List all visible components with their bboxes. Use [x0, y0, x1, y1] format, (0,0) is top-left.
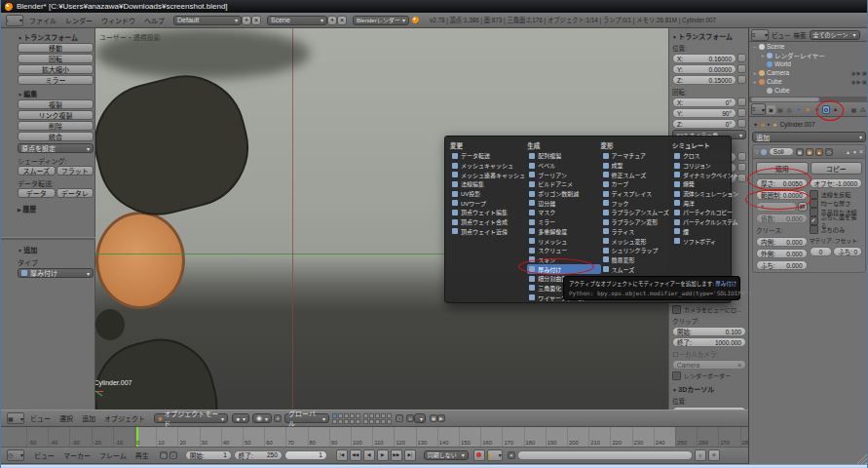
- tab-world-icon[interactable]: ●: [794, 105, 802, 114]
- start-frame-field[interactable]: 開始:1: [185, 450, 232, 460]
- menu-item[interactable]: ラティス: [601, 227, 672, 237]
- tool-button[interactable]: 複製: [18, 99, 94, 109]
- menu-item[interactable]: メッシュ変形: [601, 236, 672, 246]
- menu-item[interactable]: マスク: [527, 208, 600, 217]
- menu-item[interactable]: 辺分離: [527, 198, 600, 208]
- lock-icon[interactable]: [737, 108, 746, 117]
- menu-item[interactable]: ビュー: [30, 413, 51, 423]
- shade-smooth-button[interactable]: スムーズ: [18, 166, 56, 176]
- clip-end-field[interactable]: 終了:1000.000: [672, 337, 746, 347]
- menu-item[interactable]: ヘルプ: [144, 16, 165, 25]
- menu-item[interactable]: スムーズ: [601, 264, 672, 274]
- keying-set-field[interactable]: [517, 450, 693, 460]
- menu-item[interactable]: 煙: [672, 227, 728, 237]
- tool-button[interactable]: 削除: [18, 121, 94, 131]
- factor-field[interactable]: 係数:0.000: [756, 214, 808, 223]
- menu-item[interactable]: 法線編集: [450, 179, 527, 189]
- lock-icon[interactable]: [737, 174, 746, 182]
- menu-item[interactable]: ソフトボディ: [672, 236, 728, 246]
- editor-type-properties-icon[interactable]: ≡: [751, 103, 766, 115]
- lock-icon[interactable]: [737, 64, 746, 73]
- editmode-toggle-icon[interactable]: ▲: [815, 148, 823, 156]
- menu-item[interactable]: レンダー: [65, 16, 93, 25]
- menu-item[interactable]: ディスプレイス: [601, 189, 672, 199]
- hide-icon[interactable]: ◉: [851, 70, 856, 76]
- lock-icon[interactable]: [737, 54, 746, 62]
- shading-dropdown[interactable]: ●: [232, 413, 249, 423]
- material-offset-field[interactable]: 0: [810, 247, 833, 256]
- menu-item[interactable]: ラプラシアン変形: [601, 217, 672, 227]
- menu-item[interactable]: ラプラシアンスムーズ: [601, 208, 672, 217]
- lock-icon[interactable]: [737, 98, 746, 106]
- cursor-panel-header[interactable]: 3Dカーソル: [672, 384, 746, 394]
- pivot-dropdown[interactable]: ◉: [252, 413, 272, 423]
- tool-button[interactable]: リンク複製: [18, 110, 94, 120]
- render-engine-select[interactable]: Blenderレンダー: [353, 16, 409, 25]
- tool-button[interactable]: ミラー: [18, 75, 94, 85]
- orientation-dropdown[interactable]: グローバル: [284, 413, 329, 423]
- add-type-dropdown[interactable]: 厚み付け: [18, 268, 94, 278]
- menu-item[interactable]: 追加: [82, 413, 95, 423]
- panel-edit-header[interactable]: 編集: [18, 89, 94, 98]
- option-checkbox[interactable]: [810, 225, 818, 234]
- end-frame-field[interactable]: 終了:250: [234, 450, 283, 460]
- frame-lock-icon[interactable]: ▢: [170, 451, 177, 459]
- add-modifier-dropdown[interactable]: 追加: [752, 132, 866, 142]
- keying-set-icon[interactable]: ✦: [508, 451, 515, 459]
- lock-icon[interactable]: [737, 152, 746, 161]
- copy-button[interactable]: コピー: [811, 162, 863, 175]
- render-opengl-icon[interactable]: ▣: [430, 414, 437, 422]
- scene-select[interactable]: Scene: [267, 16, 327, 25]
- crease-inner-field[interactable]: 内側:0.000: [756, 237, 808, 247]
- menu-item[interactable]: フック: [601, 198, 672, 208]
- render-opengl-anim-icon[interactable]: ▶: [437, 414, 445, 422]
- menu-item[interactable]: 海洋: [672, 198, 728, 208]
- editor-type-info-icon[interactable]: i: [6, 15, 23, 26]
- delete-keyframe-button[interactable]: ⊘: [708, 449, 720, 461]
- location-field[interactable]: Y:0.00000: [672, 64, 736, 74]
- record-button[interactable]: [473, 449, 485, 461]
- clip-start-field[interactable]: 開始:0.100: [672, 327, 746, 336]
- panel-transform-header[interactable]: トランスフォーム: [18, 32, 94, 42]
- render-restrict-icon[interactable]: ▣: [862, 70, 867, 76]
- tool-button[interactable]: 拡大縮小: [18, 64, 94, 74]
- offset-field[interactable]: オフセ:-1.0000: [810, 178, 862, 188]
- scrollbar-thumb[interactable]: [751, 98, 819, 101]
- menu-item[interactable]: スクリュー: [527, 246, 600, 255]
- outliner-row-camera[interactable]: + Camera ◉▶▣: [749, 68, 868, 77]
- panel-history-header[interactable]: 履歴: [18, 204, 94, 214]
- move-up-icon[interactable]: ▲: [846, 149, 850, 155]
- menu-item[interactable]: ダイナミックペイント: [672, 170, 728, 179]
- menu-item[interactable]: ビュー: [34, 450, 55, 460]
- npanel-transform-header[interactable]: トランスフォーム: [672, 31, 746, 41]
- menu-item[interactable]: ファイル: [29, 16, 57, 25]
- menu-item[interactable]: アーマチュア: [601, 151, 672, 161]
- menu-item[interactable]: UV投影: [450, 189, 527, 199]
- location-field[interactable]: X:0.16000: [672, 54, 736, 63]
- rotation-field[interactable]: Y:90°: [672, 108, 736, 118]
- move-down-icon[interactable]: ▼: [852, 149, 857, 155]
- lock-icon[interactable]: [737, 119, 746, 128]
- cage-toggle-icon[interactable]: ◇: [825, 148, 833, 156]
- menu-item[interactable]: メッシュキャッシュ: [450, 161, 527, 171]
- menu-item[interactable]: コリジョン: [672, 161, 728, 171]
- insert-keyframe-button[interactable]: ＋: [695, 449, 706, 461]
- menu-item[interactable]: 多重解像度: [527, 227, 600, 237]
- tab-object-icon[interactable]: ■: [804, 105, 811, 114]
- layer-grid-1[interactable]: [332, 413, 360, 424]
- select-icon[interactable]: ▶: [857, 70, 861, 76]
- menu-item[interactable]: 簡易変形: [601, 255, 672, 265]
- menu-item[interactable]: フレーム: [99, 450, 127, 460]
- outliner-row-cube-data[interactable]: Cube: [749, 86, 868, 95]
- rotation-field[interactable]: Z:0°: [672, 119, 736, 129]
- menu-item[interactable]: ブーリアン: [527, 170, 600, 179]
- outliner-row-cube[interactable]: + Cube ◉▶▣: [749, 77, 868, 86]
- menu-item[interactable]: データ転送: [450, 151, 527, 161]
- rotation-field[interactable]: X:0°: [672, 98, 736, 107]
- tab-scene-icon[interactable]: ◎: [785, 105, 793, 114]
- scene-add-button[interactable]: +: [327, 16, 337, 25]
- timeline-ruler[interactable]: -50-40-30-20-100102030405060708090100110…: [1, 427, 748, 448]
- menu-item[interactable]: カーブ: [601, 179, 672, 189]
- menu-item[interactable]: マーカー: [63, 450, 91, 460]
- menu-item[interactable]: パーティクルコピー: [672, 208, 728, 217]
